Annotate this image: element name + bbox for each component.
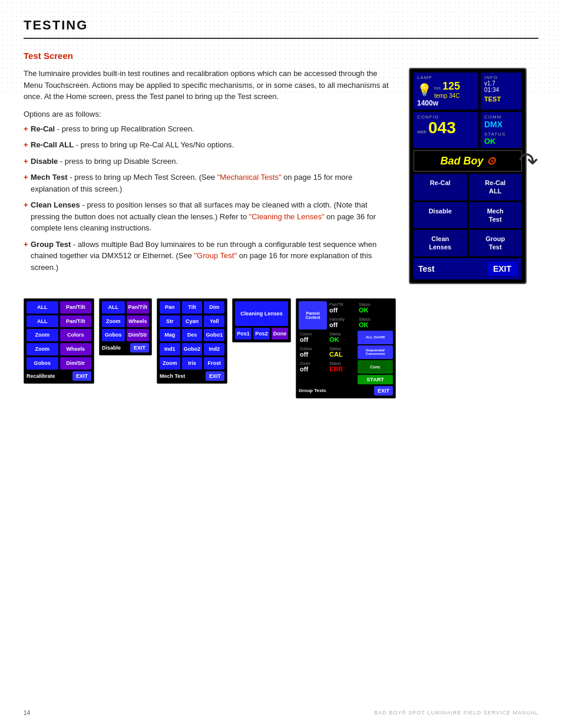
recal-colors-btn[interactable]: Colors — [60, 329, 92, 341]
option-label: Re-Cal — [31, 124, 55, 133]
sequential-concurrent-btn[interactable]: Sequential/Concurrent — [358, 345, 393, 359]
pantilt-status-val: OK — [359, 307, 392, 314]
bad-boy-banner: Bad Boy ⊙ — [414, 150, 522, 172]
pos1-btn[interactable]: Pos1 — [235, 328, 252, 340]
recal-pantilt-btn[interactable]: Pan/Tilt — [60, 301, 92, 314]
group-bottom-bar: Group Tests EXIT — [299, 386, 393, 396]
group-pantilt-status: Status OK — [358, 301, 393, 315]
dis-wheels-btn[interactable]: Wheels — [127, 315, 150, 328]
recal-button[interactable]: Re-Cal — [414, 174, 467, 200]
link-cleaning-lenses[interactable]: "Cleaning the Lenses" — [249, 212, 325, 221]
screen-column: LAMP 💡 hrs 125 temp 34C 1400w INFO v1.7 — [409, 68, 538, 284]
group-zoom-status: Status ERR — [328, 360, 356, 374]
recal-zoom-btn[interactable]: Zoom — [27, 329, 58, 341]
bulb-icon: 💡 — [417, 83, 432, 97]
recal-pantilt2-btn[interactable]: Pan/Tilt — [60, 315, 92, 328]
options-label: Options are as follows: — [24, 110, 391, 118]
page-title: TESTING — [24, 18, 88, 32]
list-item: Re-Call ALL - press to bring up Re-Cal A… — [24, 139, 391, 151]
all-onoff-btn[interactable]: ALL On/Off — [358, 331, 393, 344]
recal-gobos-btn[interactable]: Gobos — [27, 357, 58, 370]
option-label: Mech Test — [31, 173, 68, 182]
option-label: Clean Lenses — [31, 200, 80, 209]
recal-all2-btn[interactable]: ALL — [27, 315, 58, 328]
list-item: Group Test - allows multiple Bad Boy lum… — [24, 239, 391, 274]
mech-zoom-btn[interactable]: Zoom — [160, 357, 180, 370]
group-test-button[interactable]: GroupTest — [469, 230, 523, 256]
dis-dimstr-btn[interactable]: Dim/Str — [127, 329, 150, 341]
link-mechanical-tests[interactable]: "Mechanical Tests" — [217, 173, 282, 182]
list-item: Re-Cal - press to bring up Recalibration… — [24, 123, 391, 135]
intensity-section-label: Intensity — [329, 317, 355, 321]
mech-dim-btn[interactable]: Dim — [204, 301, 224, 314]
main-content: The luminaire provides built-in test rou… — [24, 68, 538, 284]
colors-status-label: Status — [329, 332, 355, 336]
list-item: Disable - press to bring up Disable Scre… — [24, 156, 391, 167]
mech-gobo2-btn[interactable]: Gobo2 — [182, 343, 203, 355]
mech-des-btn[interactable]: Des — [182, 329, 203, 341]
page-footer: 14 BAD BOY® SPOT LUMINAIRE FIELD SERVICE… — [24, 710, 538, 716]
hrs-value: 125 — [442, 80, 460, 92]
mech-ind2-btn[interactable]: Ind2 — [204, 343, 224, 355]
brand-icon: ⊙ — [487, 155, 495, 167]
pos2-btn[interactable]: Pos2 — [253, 328, 270, 340]
mech-tilt-btn[interactable]: Tilt — [182, 301, 203, 314]
recal-wheels-btn[interactable]: Wheels — [60, 343, 92, 355]
mech-test-label: Mech Test — [160, 373, 185, 379]
arrow-icon: ↷ — [518, 147, 538, 174]
config-addr-row: addr 043 — [417, 120, 475, 136]
mech-iris-btn[interactable]: Iris — [182, 357, 203, 370]
disable-button[interactable]: Disable — [414, 202, 467, 229]
intensity-val: off — [329, 321, 355, 328]
mech-gobo1-btn[interactable]: Gobo1 — [204, 329, 224, 341]
option-label: Re-Call ALL — [31, 140, 74, 149]
conc-btn[interactable]: Conc — [358, 360, 393, 374]
dis-all-btn[interactable]: ALL — [102, 301, 125, 314]
mech-cyan-btn[interactable]: Cyan — [182, 315, 203, 328]
cleaning-inner: Cleaning Lenses Pos1 Pos2 Done — [235, 301, 288, 340]
brand-name: Bad Boy — [440, 155, 483, 167]
footer-manual-title: BAD BOY® SPOT LUMINAIRE FIELD SERVICE MA… — [374, 710, 538, 716]
pantilt-val: off — [329, 307, 355, 314]
mech-test-button[interactable]: MechTest — [469, 202, 523, 229]
recal-exit-btn[interactable]: EXIT — [72, 371, 91, 381]
disable-grid: ALL Pan/Tilt Zoom Wheels Gobos Dim/Str — [102, 301, 149, 341]
section-title: Test Screen — [24, 51, 538, 61]
recal-zoom2-btn[interactable]: Zoom — [27, 343, 58, 355]
recal-all-btn[interactable]: ALL — [27, 301, 58, 314]
clean-lenses-button[interactable]: CleanLenses — [414, 230, 467, 256]
group-exit-btn[interactable]: EXIT — [374, 386, 393, 396]
done-btn[interactable]: Done — [272, 328, 288, 340]
config-panel: CONFIG addr 043 — [414, 112, 478, 148]
device-top-row: LAMP 💡 hrs 125 temp 34C 1400w INFO v1.7 — [414, 73, 522, 110]
disable-exit-btn[interactable]: EXIT — [130, 343, 149, 353]
lamp-label: LAMP — [417, 75, 475, 80]
mech-mag-btn[interactable]: Mag — [160, 329, 180, 341]
mech-pan-btn[interactable]: Pan — [160, 301, 180, 314]
zoom-status-label: Status — [329, 361, 355, 365]
group-zoom-cell: Zoom off — [299, 360, 327, 374]
pantilt-status-label: Status — [359, 302, 392, 307]
mech-frost-btn[interactable]: Frost — [204, 357, 224, 370]
mech-ind1-btn[interactable]: Ind1 — [160, 343, 180, 355]
start-btn[interactable]: START — [358, 375, 393, 384]
dis-gobos-btn[interactable]: Gobos — [102, 329, 125, 341]
dis-zoom-btn[interactable]: Zoom — [102, 315, 125, 328]
recal-grid: ALL Pan/Tilt ALL Pan/Tilt Zoom Colors Zo… — [27, 301, 91, 370]
recal-dimstr-btn[interactable]: Dim/Str — [60, 357, 92, 370]
mech-str-btn[interactable]: Str — [160, 315, 180, 328]
mech-exit-btn[interactable]: EXIT — [206, 371, 224, 381]
disable-bottom: Disable EXIT — [102, 343, 149, 353]
recalibrate-screen: ALL Pan/Tilt ALL Pan/Tilt Zoom Colors Zo… — [24, 298, 94, 384]
link-group-test[interactable]: "Group Test" — [194, 251, 237, 260]
lamp-temp: temp 34C — [434, 93, 460, 99]
zoom-section-label: Zoom — [300, 361, 326, 365]
dis-pantilt-btn[interactable]: Pan/Tilt — [127, 301, 150, 314]
pannel-control-btn[interactable]: PannelControl — [299, 301, 327, 330]
lamp-hrs: hrs 125 — [434, 80, 460, 93]
group-tests-label: Group Tests — [299, 388, 326, 393]
exit-button[interactable]: EXIT — [487, 262, 517, 276]
mech-yell-btn[interactable]: Yell — [204, 315, 224, 328]
recal-all-button[interactable]: Re-CalALL — [469, 174, 523, 200]
screens-row: ALL Pan/Tilt ALL Pan/Tilt Zoom Colors Zo… — [24, 298, 538, 398]
